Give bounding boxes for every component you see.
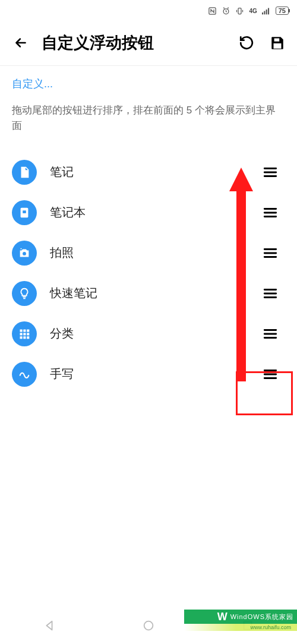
nav-back-button[interactable] <box>31 619 67 632</box>
list-item: 分类 <box>12 314 285 354</box>
nfc-icon <box>208 7 217 15</box>
svg-rect-11 <box>20 329 23 332</box>
save-button[interactable] <box>267 35 287 50</box>
list-item: 拍照 <box>12 233 285 273</box>
svg-point-21 <box>144 621 153 630</box>
battery-indicator: 75 <box>276 7 289 15</box>
camera-icon <box>12 241 37 266</box>
svg-rect-15 <box>23 333 26 335</box>
svg-rect-19 <box>27 336 29 339</box>
drag-handle-icon[interactable] <box>255 279 285 308</box>
list-item: 笔记本 <box>12 192 285 233</box>
item-list: 笔记 笔记本 拍照 快 <box>12 152 285 394</box>
svg-rect-17 <box>20 336 23 339</box>
drag-handle-icon[interactable] <box>255 359 285 389</box>
svg-rect-7 <box>277 39 279 41</box>
svg-point-10 <box>23 252 26 255</box>
svg-rect-13 <box>27 329 29 332</box>
list-item: 笔记 <box>12 152 285 192</box>
svg-rect-16 <box>27 333 29 335</box>
status-bar: 4G 75 <box>0 0 297 21</box>
customize-link[interactable]: 自定义... <box>12 77 285 91</box>
list-item: 手写 <box>12 354 285 394</box>
item-label: 笔记本 <box>50 204 255 220</box>
grid-icon <box>12 321 37 346</box>
signal-icon: 4G <box>249 8 257 14</box>
item-label: 笔记 <box>50 164 255 180</box>
lightbulb-icon <box>12 281 37 306</box>
item-label: 快速笔记 <box>50 285 255 301</box>
note-icon <box>12 160 37 185</box>
svg-rect-5 <box>266 10 267 14</box>
svg-rect-6 <box>268 8 269 14</box>
alarm-icon <box>222 7 230 15</box>
svg-rect-18 <box>23 336 26 339</box>
svg-rect-22 <box>244 622 251 630</box>
app-header: 自定义浮动按钮 <box>0 21 297 65</box>
instruction-text: 拖动尾部的按钮进行排序，排在前面的 5 个将会展示到主界面 <box>12 103 285 134</box>
svg-rect-4 <box>264 11 265 14</box>
notebook-icon <box>12 200 37 225</box>
nav-home-button[interactable] <box>131 619 166 632</box>
vibrate-icon <box>235 7 244 15</box>
list-item: 快速笔记 <box>12 273 285 314</box>
content-area: 自定义... 拖动尾部的按钮进行排序，排在前面的 5 个将会展示到主界面 笔记 … <box>0 66 297 394</box>
drag-handle-icon[interactable] <box>255 198 285 228</box>
back-button[interactable] <box>11 35 31 50</box>
item-label: 拍照 <box>50 245 255 261</box>
nav-recents-button[interactable] <box>230 619 266 632</box>
svg-rect-3 <box>262 12 263 14</box>
system-nav-bar <box>0 607 297 644</box>
drag-handle-icon[interactable] <box>255 319 285 349</box>
svg-rect-2 <box>238 8 241 14</box>
signal-bars-icon <box>262 7 271 15</box>
page-title: 自定义浮动按钮 <box>42 32 226 53</box>
item-label: 分类 <box>50 326 255 342</box>
refresh-button[interactable] <box>236 35 257 50</box>
drag-handle-icon[interactable] <box>255 238 285 268</box>
squiggle-icon <box>12 362 37 387</box>
svg-rect-9 <box>23 210 26 213</box>
svg-rect-12 <box>23 329 26 332</box>
drag-handle-icon[interactable] <box>255 157 285 187</box>
svg-rect-14 <box>20 333 23 335</box>
item-label: 手写 <box>50 366 255 382</box>
